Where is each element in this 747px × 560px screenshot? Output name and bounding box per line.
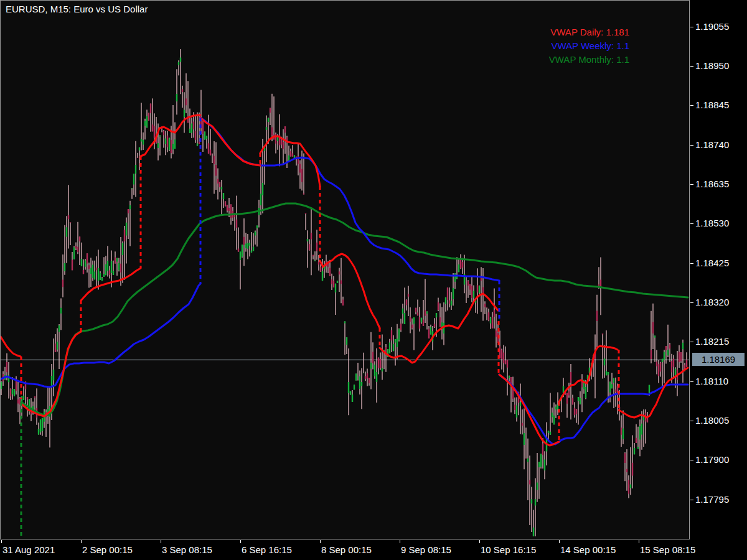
- price-tick-label: 1.17795: [695, 494, 729, 505]
- price-tick-mark: [690, 302, 693, 303]
- time-tick-mark: [479, 540, 480, 543]
- price-tick-mark: [690, 421, 693, 421]
- vwap-legend: VWAP Daily: 1.181 VWAP Weekly: 1.1 VWAP …: [549, 26, 629, 67]
- price-tick-mark: [690, 223, 693, 224]
- price-tick-mark: [690, 184, 693, 185]
- price-tick-label: 1.18950: [695, 60, 729, 71]
- time-tick-label: 9 Sep 08:15: [401, 544, 451, 555]
- time-tick-label: 15 Sep 08:15: [640, 544, 695, 555]
- price-tick-mark: [690, 105, 693, 106]
- price-tick-mark: [690, 381, 693, 382]
- price-scale[interactable]: 1.190551.189501.188451.187401.186351.185…: [690, 0, 747, 540]
- time-scale[interactable]: 31 Aug 20212 Sep 00:153 Sep 08:156 Sep 1…: [0, 540, 747, 560]
- vwap-weekly-line: [1, 284, 200, 387]
- chart-canvas[interactable]: [1, 1, 689, 539]
- chart-title: EURUSD, M15: Euro vs US Dollar: [6, 4, 148, 14]
- time-tick-mark: [320, 540, 321, 543]
- time-tick-mark: [240, 540, 241, 543]
- bear-candle-bodies: [3, 89, 687, 493]
- time-tick-mark: [1, 540, 2, 543]
- price-chart[interactable]: EURUSD, M15: Euro vs US Dollar VWAP Dail…: [0, 0, 690, 539]
- price-tick-label: 1.18110: [695, 376, 728, 386]
- time-tick-mark: [81, 540, 82, 543]
- price-tick-mark: [690, 66, 693, 67]
- vwap-daily-line: [320, 254, 380, 328]
- time-tick-label: 8 Sep 00:15: [321, 544, 372, 555]
- time-tick-label: 31 Aug 2021: [2, 544, 55, 555]
- time-tick-mark: [400, 540, 400, 543]
- price-tick-mark: [690, 500, 693, 500]
- time-tick-mark: [639, 540, 639, 543]
- vwap-daily-line: [200, 118, 260, 166]
- price-tick-mark: [690, 145, 693, 146]
- price-tick-label: 1.18635: [695, 179, 729, 189]
- price-tick-mark: [690, 460, 693, 460]
- price-tick-label: 1.18215: [695, 336, 729, 347]
- current-price-tag: 1.18169: [692, 353, 745, 366]
- time-tick-label: 3 Sep 08:15: [162, 544, 212, 555]
- price-tick-label: 1.18740: [695, 139, 729, 150]
- price-tick-label: 1.17900: [695, 454, 729, 465]
- time-tick-label: 6 Sep 16:15: [242, 544, 292, 555]
- legend-vwap-weekly: VWAP Weekly: 1.1: [549, 39, 629, 53]
- price-tick-mark: [690, 263, 693, 264]
- price-tick-mark: [690, 27, 693, 27]
- time-tick-label: 10 Sep 16:15: [481, 544, 536, 555]
- vwap-daily-line: [21, 332, 81, 416]
- bull-candle-bodies: [1, 57, 683, 536]
- price-tick-label: 1.18320: [695, 297, 729, 307]
- price-tick-label: 1.18845: [695, 100, 729, 110]
- vwap-weekly-line: [200, 118, 499, 281]
- price-tick-label: 1.19055: [695, 21, 729, 32]
- price-tick-label: 1.18530: [695, 218, 729, 228]
- time-tick-mark: [161, 540, 161, 543]
- vwap-daily-line: [1, 337, 21, 357]
- time-tick-label: 14 Sep 00:15: [560, 544, 616, 555]
- candle-wicks: [1, 49, 687, 536]
- price-tick-label: 1.18005: [695, 415, 729, 426]
- terminal-window: EURUSD, M15: Euro vs US Dollar VWAP Dail…: [0, 0, 747, 560]
- legend-vwap-daily: VWAP Daily: 1.181: [549, 26, 629, 39]
- legend-vwap-monthly: VWAP Monthly: 1.1: [549, 53, 629, 67]
- price-tick-mark: [690, 342, 693, 342]
- time-tick-mark: [559, 540, 560, 543]
- time-tick-label: 2 Sep 00:15: [82, 544, 133, 555]
- price-tick-label: 1.18425: [695, 258, 729, 268]
- vwap-weekly-line: [499, 375, 688, 444]
